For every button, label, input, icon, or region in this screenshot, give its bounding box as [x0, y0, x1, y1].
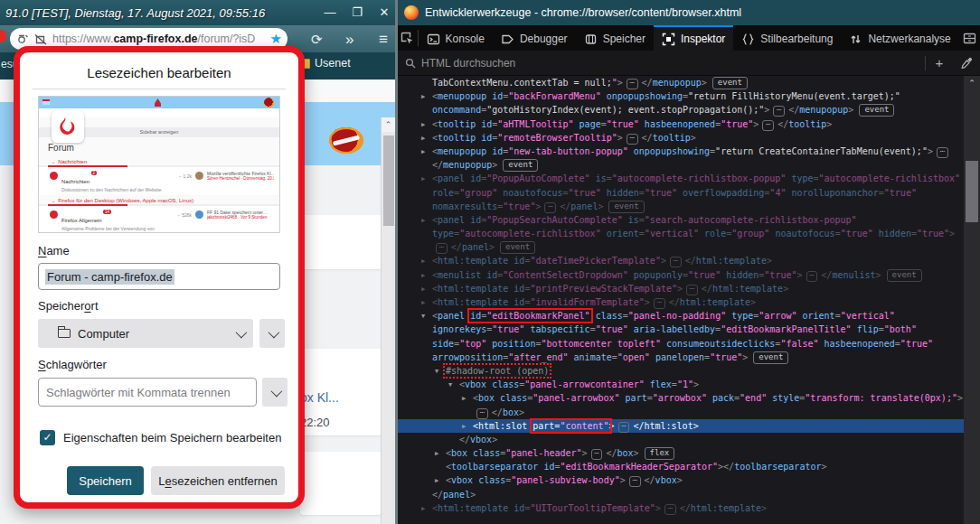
tab-stilbearbeitung[interactable]: Stilbearbeitung: [733, 25, 841, 51]
pick-element-button[interactable]: [398, 25, 418, 51]
markup-row[interactable]: role="group" noautofocus="true" hidden="…: [398, 186, 964, 200]
checkbox-checked[interactable]: ✓: [40, 430, 55, 445]
markup-row[interactable]: </menupopup>event: [398, 158, 964, 172]
collapse-twisty-icon[interactable]: ▼: [421, 310, 432, 323]
storage-panel-icon[interactable]: [959, 25, 980, 51]
markup-row[interactable]: ▶<html:template id="UITourTooltipTemplat…: [398, 501, 964, 515]
flex-badge[interactable]: flex: [645, 447, 675, 460]
expand-ellipsis[interactable]: ⋯: [629, 476, 641, 487]
collapse-twisty-icon[interactable]: ▼: [435, 365, 446, 379]
markup-row[interactable]: type="autocomplete-richlistbox" orient="…: [398, 227, 964, 240]
expand-ellipsis[interactable]: ⋯: [806, 271, 818, 282]
menu-icon[interactable]: ≡: [379, 31, 388, 49]
bookmark-star-icon[interactable]: ★: [270, 31, 282, 47]
expand-ellipsis[interactable]: ⋯: [762, 120, 774, 131]
overflow-icon[interactable]: »: [345, 31, 353, 49]
close-button[interactable]: ✕: [371, 3, 398, 23]
event-badge[interactable]: event: [712, 77, 748, 89]
markup-row[interactable]: ▶<html:template id="dateTimePickerTempla…: [398, 254, 964, 267]
expand-twisty-icon[interactable]: ▶: [421, 269, 432, 283]
markup-row[interactable]: ▶<vbox class="panel-subview-body">⋯</vbo…: [398, 473, 964, 487]
expand-twisty-icon[interactable]: ▶: [421, 145, 432, 159]
markup-row[interactable]: ▶<tooltip id="remoteBrowserTooltip">⋯</t…: [398, 131, 964, 145]
expand-twisty-icon[interactable]: ▶: [462, 392, 473, 406]
markup-row[interactable]: ⋯</panel>event: [398, 240, 964, 254]
scrollbar-thumb[interactable]: [966, 161, 978, 222]
event-badge[interactable]: event: [859, 104, 894, 117]
tab-speicher[interactable]: Speicher: [576, 25, 654, 51]
markup-row[interactable]: <toolbarseparator id="editBookmarkHeader…: [398, 460, 964, 473]
markup-row[interactable]: ▼<panel id="editBookmarkPanel" class="pa…: [398, 309, 964, 323]
expand-twisty-icon[interactable]: ▶: [421, 132, 432, 145]
page-scrollbar[interactable]: ⌃: [381, 117, 395, 524]
markup-row[interactable]: side="top" position="bottomcenter toplef…: [398, 337, 964, 351]
markup-row[interactable]: </vbox>: [398, 433, 964, 446]
minimize-button[interactable]: —: [316, 3, 344, 23]
event-badge[interactable]: event: [503, 159, 538, 172]
add-node-button[interactable]: +: [926, 55, 953, 70]
expand-twisty-icon[interactable]: ▶: [435, 447, 446, 461]
markup-row[interactable]: ▶<menulist id="ContentSelectDropdown" po…: [398, 268, 964, 282]
event-badge[interactable]: event: [753, 351, 788, 364]
tags-expander-button[interactable]: [262, 378, 287, 407]
markup-row[interactable]: ▶<html:template id="invalidFormTemplate"…: [398, 295, 964, 309]
expand-ellipsis[interactable]: ⋯: [544, 202, 556, 213]
markup-row[interactable]: </panel>: [398, 488, 964, 501]
expand-twisty-icon[interactable]: ▶: [421, 255, 432, 268]
expand-ellipsis[interactable]: ⋯: [627, 79, 638, 89]
expand-ellipsis[interactable]: ⋯: [670, 257, 682, 267]
expand-twisty-icon[interactable]: ▶: [421, 173, 432, 186]
expand-twisty-icon[interactable]: ▶: [421, 90, 432, 104]
markup-row[interactable]: ▶<box class="panel-arrowbox" part="arrow…: [398, 391, 964, 405]
collapse-twisty-icon[interactable]: ▼: [448, 379, 459, 392]
tab-debugger[interactable]: Debugger: [493, 25, 576, 51]
scroll-up-arrow[interactable]: ⌃: [964, 76, 980, 90]
markup-row[interactable]: ▶<tooltip id="aHTMLTooltip" page="true" …: [398, 117, 964, 131]
markup-row[interactable]: ▶<menupopup id="backForwardMenu" onpopup…: [398, 89, 964, 103]
blocked-content-icon[interactable]: [34, 33, 47, 45]
tags-field[interactable]: Schlagwörter mit Kommata trennen: [38, 378, 257, 407]
reload-icon[interactable]: ⟳: [311, 32, 323, 48]
remove-bookmark-button[interactable]: Lesezeichen entfernen: [151, 466, 285, 495]
expand-ellipsis[interactable]: ⋯: [654, 298, 665, 309]
markup-row[interactable]: ▶<panel id="PopupSearchAutoComplete" is=…: [398, 213, 964, 227]
markup-row[interactable]: ▼<vbox class="panel-arrowcontainer" flex…: [398, 378, 964, 391]
event-badge[interactable]: event: [608, 201, 644, 213]
markup-row[interactable]: ⋯</box>: [398, 406, 964, 419]
expand-ellipsis[interactable]: ⋯: [436, 243, 448, 254]
expand-ellipsis[interactable]: ⋯: [591, 449, 603, 460]
expand-ellipsis[interactable]: ⋯: [476, 408, 488, 419]
markup-row[interactable]: TabContextMenu.contextTab = null;">⋯</me…: [398, 76, 964, 89]
html-search-input[interactable]: HTML durchsuchen: [398, 57, 925, 70]
expand-ellipsis[interactable]: ⋯: [773, 106, 785, 117]
maximize-button[interactable]: ❐: [344, 3, 371, 23]
event-badge[interactable]: event: [500, 241, 535, 254]
edit-on-save-row[interactable]: ✓ Eigenschaften beim Speichern bearbeite…: [40, 430, 281, 445]
folder-expander-button[interactable]: [259, 319, 285, 348]
markup-row[interactable]: ▶<panel id="PopupAutoComplete" is="autoc…: [398, 172, 964, 185]
url-text[interactable]: https://www.camp-firefox.de/forum/?isD: [52, 33, 267, 45]
expand-ellipsis[interactable]: ⋯: [627, 134, 638, 145]
devtools-scrollbar[interactable]: ⌃: [964, 76, 980, 524]
tab-konsole[interactable]: Konsole: [419, 25, 493, 51]
markup-row[interactable]: nomaxresults="true">⋯</panel>event: [398, 200, 964, 213]
event-badge[interactable]: event: [887, 269, 922, 282]
name-field[interactable]: Forum - camp-firefox.de: [38, 263, 280, 290]
expand-twisty-icon[interactable]: ▶: [462, 420, 473, 434]
markup-row[interactable]: ▶<box class="panel-header">⋯</box>flex: [398, 446, 964, 460]
markup-row[interactable]: ▼#shadow-root (open): [398, 364, 964, 378]
expand-ellipsis[interactable]: ⋯: [686, 285, 698, 295]
save-button[interactable]: Speichern: [67, 466, 144, 495]
markup-row[interactable]: ▶<html:template id="printPreviewStackTem…: [398, 282, 964, 295]
expand-twisty-icon[interactable]: ▶: [421, 502, 432, 516]
eyedropper-icon[interactable]: [953, 57, 980, 69]
expand-twisty-icon[interactable]: ▶: [421, 118, 432, 132]
expand-ellipsis[interactable]: ⋯: [664, 504, 676, 515]
expand-ellipsis[interactable]: ⋯: [937, 147, 948, 158]
expand-twisty-icon[interactable]: ▶: [435, 474, 446, 488]
markup-row-selected[interactable]: ▶<html:slot part="content">⋯</html:slot>: [398, 419, 964, 433]
scrollbar-thumb[interactable]: [383, 136, 394, 226]
expand-twisty-icon[interactable]: ▶: [421, 283, 432, 296]
markup-row[interactable]: arrowposition="after_end" animate="open"…: [398, 351, 964, 364]
scroll-up-arrow[interactable]: ⌃: [382, 117, 395, 132]
